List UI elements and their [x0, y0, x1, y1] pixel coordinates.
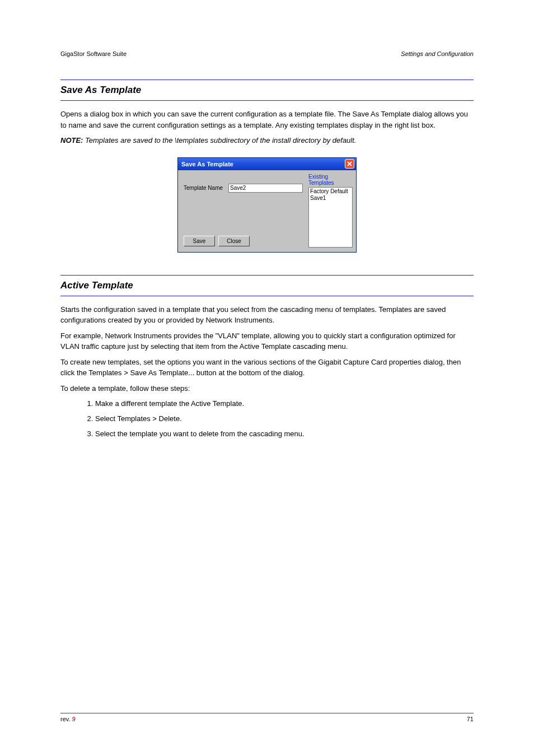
footer-rev-number: 9 — [72, 716, 76, 722]
step-3: Select the template you want to delete f… — [95, 428, 474, 440]
dialog-titlebar[interactable]: Save As Template — [178, 158, 356, 170]
section1-paragraph-1: Opens a dialog box in which you can save… — [60, 109, 474, 130]
section2-paragraph-4: To delete a template, follow these steps… — [60, 383, 474, 394]
section2-paragraph-3: To create new templates, set the options… — [60, 357, 474, 379]
step-1: Make a different template the Active Tem… — [95, 398, 474, 410]
save-button[interactable]: Save — [184, 236, 215, 246]
close-button[interactable]: Close — [218, 236, 250, 246]
template-name-label: Template Name — [184, 185, 223, 191]
delete-template-steps: Make a different template the Active Tem… — [73, 398, 474, 440]
existing-templates-listbox[interactable]: Factory Default Save1 — [308, 187, 353, 248]
list-item[interactable]: Factory Default — [310, 188, 351, 195]
section2-paragraph-1: Starts the configuration saved in a temp… — [60, 304, 474, 326]
save-as-template-dialog: Save As Template Template Name Save — [177, 157, 357, 253]
note-body: Templates are saved to the \templates su… — [83, 136, 356, 144]
template-name-input[interactable] — [228, 184, 303, 193]
footer-rev-prefix: rev. — [60, 716, 72, 722]
list-item[interactable]: Save1 — [310, 195, 351, 202]
doc-header-left: GigaStor Software Suite — [60, 50, 127, 57]
section1-note: NOTE: Templates are saved to the \templa… — [60, 135, 474, 146]
dialog-title: Save As Template — [181, 161, 233, 167]
footer-page-number: 71 — [467, 716, 474, 722]
section-heading-active-template: Active Template — [60, 275, 474, 296]
step-2: Select Templates > Delete. — [95, 413, 474, 425]
existing-templates-label: Existing Templates — [308, 174, 353, 186]
close-icon[interactable] — [345, 159, 354, 169]
section2-paragraph-2: For example, Network Instruments provide… — [60, 330, 474, 352]
page-footer: rev. 9 71 — [60, 713, 474, 722]
section-heading-save-as-template: Save As Template — [60, 80, 474, 101]
doc-header-right: Settings and Configuration — [401, 50, 474, 57]
note-label: NOTE: — [60, 136, 83, 144]
